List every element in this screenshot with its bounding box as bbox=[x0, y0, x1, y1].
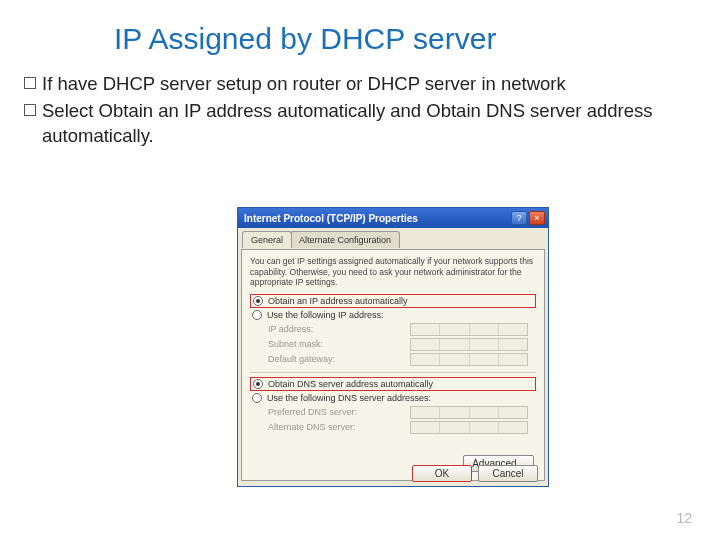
radio-obtain-ip-auto[interactable]: Obtain an IP address automatically bbox=[250, 294, 536, 308]
tcpip-properties-dialog: Internet Protocol (TCP/IP) Properties ? … bbox=[237, 207, 549, 487]
ip-input bbox=[410, 353, 528, 366]
radio-label: Obtain an IP address automatically bbox=[268, 296, 407, 306]
ip-input bbox=[410, 406, 528, 419]
dns-fields-group: Preferred DNS server: Alternate DNS serv… bbox=[268, 406, 528, 434]
radio-use-following-ip[interactable]: Use the following IP address: bbox=[250, 309, 536, 321]
radio-label: Obtain DNS server address automatically bbox=[268, 379, 433, 389]
bullet-item: Select Obtain an IP address automaticall… bbox=[24, 99, 678, 149]
ip-fields-group: IP address: Subnet mask: Default gateway… bbox=[268, 323, 528, 366]
titlebar: Internet Protocol (TCP/IP) Properties ? … bbox=[238, 208, 548, 228]
radio-obtain-dns-auto[interactable]: Obtain DNS server address automatically bbox=[250, 377, 536, 391]
close-button[interactable]: × bbox=[529, 211, 545, 225]
bullet-item: If have DHCP server setup on router or D… bbox=[24, 72, 678, 97]
page-number: 12 bbox=[676, 510, 692, 526]
ip-input bbox=[410, 421, 528, 434]
radio-label: Use the following DNS server addresses: bbox=[267, 393, 431, 403]
field-label: Default gateway: bbox=[268, 354, 335, 364]
dialog-title: Internet Protocol (TCP/IP) Properties bbox=[244, 213, 418, 224]
checkbox-icon bbox=[24, 104, 36, 116]
field-label: Preferred DNS server: bbox=[268, 407, 357, 417]
radio-icon bbox=[252, 393, 262, 403]
field-ip-address: IP address: bbox=[268, 323, 528, 336]
radio-icon bbox=[253, 296, 263, 306]
tab-general[interactable]: General bbox=[242, 231, 292, 248]
checkbox-icon bbox=[24, 77, 36, 89]
radio-icon bbox=[253, 379, 263, 389]
field-default-gateway: Default gateway: bbox=[268, 353, 528, 366]
help-button[interactable]: ? bbox=[511, 211, 527, 225]
bullet-list: If have DHCP server setup on router or D… bbox=[24, 72, 678, 149]
field-alternate-dns: Alternate DNS server: bbox=[268, 421, 528, 434]
field-label: IP address: bbox=[268, 324, 313, 334]
radio-icon bbox=[252, 310, 262, 320]
dialog-button-row: OK Cancel bbox=[412, 465, 538, 482]
description-text: You can get IP settings assigned automat… bbox=[250, 256, 536, 288]
field-subnet-mask: Subnet mask: bbox=[268, 338, 528, 351]
field-label: Subnet mask: bbox=[268, 339, 323, 349]
tab-alternate-configuration[interactable]: Alternate Configuration bbox=[290, 231, 400, 248]
tab-strip: General Alternate Configuration bbox=[238, 231, 548, 249]
ok-button[interactable]: OK bbox=[412, 465, 472, 482]
tab-panel-general: You can get IP settings assigned automat… bbox=[241, 249, 545, 481]
ip-input bbox=[410, 338, 528, 351]
slide-title: IP Assigned by DHCP server bbox=[114, 22, 720, 56]
cancel-button[interactable]: Cancel bbox=[478, 465, 538, 482]
radio-use-following-dns[interactable]: Use the following DNS server addresses: bbox=[250, 392, 536, 404]
separator bbox=[250, 372, 536, 373]
ip-input bbox=[410, 323, 528, 336]
radio-label: Use the following IP address: bbox=[267, 310, 383, 320]
field-label: Alternate DNS server: bbox=[268, 422, 356, 432]
bullet-text: If have DHCP server setup on router or D… bbox=[42, 72, 678, 97]
bullet-text: Select Obtain an IP address automaticall… bbox=[42, 99, 678, 149]
field-preferred-dns: Preferred DNS server: bbox=[268, 406, 528, 419]
